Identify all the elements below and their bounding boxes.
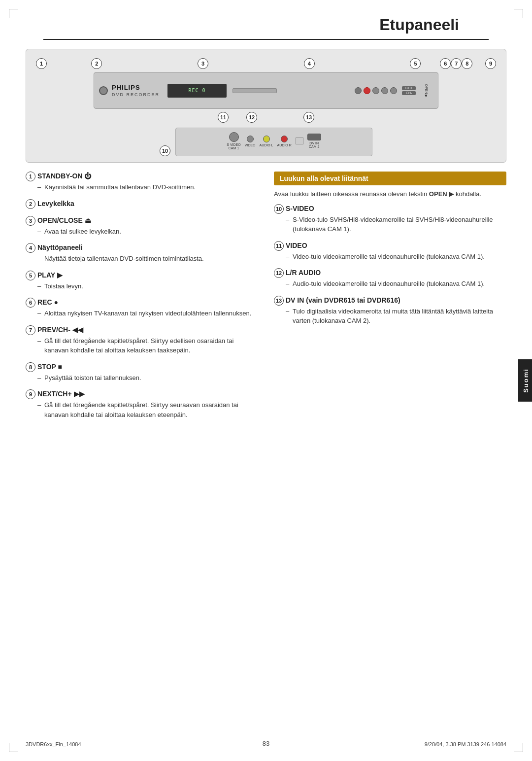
section-6-heading: 6 REC ● [26, 298, 258, 308]
callout-row-top: 1 2 3 4 5 6 7 8 9 [31, 58, 501, 69]
section-4-num: 4 [26, 243, 35, 253]
section-3-title: OPEN/CLOSE ⏏ [37, 216, 91, 224]
section-11: 11 VIDEO Video-tulo videokameroille tai … [274, 241, 506, 262]
section-6-num: 6 [26, 298, 35, 308]
callout-6: 6 [440, 58, 451, 69]
prev-btn [372, 87, 379, 94]
dvin-connector: DV INCAM 2 [307, 134, 321, 148]
main-two-col: 1 STANDBY-ON ⏻ Käynnistää tai sammuttaa … [26, 172, 506, 426]
section-13: 13 DV IN (vain DVDR615 tai DVDR616) Tulo… [274, 296, 506, 326]
section-9: 9 NEXT/CH+ ▶▶ Gå till det föregående kap… [26, 389, 258, 419]
section-12: 12 L/R AUDIO Audio-tulo videokameroille … [274, 268, 506, 289]
section-1: 1 STANDBY-ON ⏻ Käynnistää tai sammuttaa … [26, 172, 258, 192]
device-logo: PHILIPS [112, 84, 140, 91]
section-8: 8 STOP ■ Pysäyttää toiston tai tallennuk… [26, 362, 258, 383]
section-8-heading: 8 STOP ■ [26, 362, 258, 372]
section-5: 5 PLAY ▶ Toistaa levyn. [26, 271, 258, 291]
section-10-num: 10 [274, 204, 284, 214]
section-1-num: 1 [26, 172, 35, 181]
section-9-heading: 9 NEXT/CH+ ▶▶ [26, 389, 258, 399]
section-1-text: Käynnistää tai sammuttaa tallentavan DVD… [26, 182, 258, 192]
corner-mark-tr [514, 9, 523, 18]
section-1-heading: 1 STANDBY-ON ⏻ [26, 172, 258, 181]
callout-5: 5 [410, 58, 421, 69]
right-intro-end: kohdalla. [456, 190, 481, 198]
section-3-num: 3 [26, 216, 35, 226]
connector-area: 11 12 13 10 S VIDEOCAM 1 VIDE [31, 112, 501, 157]
callout-13: 13 [303, 112, 314, 123]
section-7-item-1: Gå till det föregående kapitlet/spåret. … [37, 336, 258, 355]
section-9-num: 9 [26, 389, 35, 399]
callout-4: 4 [304, 58, 315, 69]
section-4-heading: 4 Näyttöpaneeli [26, 243, 258, 253]
section-11-heading: 11 VIDEO [274, 241, 506, 251]
corner-mark-br [514, 743, 523, 752]
section-2-num: 2 [26, 199, 35, 209]
play-btn [355, 87, 362, 94]
section-5-num: 5 [26, 271, 35, 280]
section-13-heading: 13 DV IN (vain DVDR615 tai DVDR616) [274, 296, 506, 306]
section-5-title: PLAY ▶ [37, 271, 63, 279]
section-3-text: Avaa tai sulkee levykelkan. [26, 227, 258, 237]
corner-mark-tl [9, 9, 18, 18]
callout-1: 1 [36, 58, 47, 69]
stop-btn [381, 87, 388, 94]
audio-r-label: AUDIO R [277, 143, 292, 147]
audio-l-port [263, 136, 270, 142]
svideo-port [229, 132, 239, 142]
corner-mark-bl [9, 743, 18, 752]
audio-r-connector: AUDIO R [277, 136, 292, 147]
section-9-title: NEXT/CH+ ▶▶ [37, 390, 85, 398]
playback-buttons [354, 87, 398, 94]
section-7-heading: 7 PREV/CH- ◀◀ [26, 325, 258, 335]
left-column: 1 STANDBY-ON ⏻ Käynnistää tai sammuttaa … [26, 172, 258, 426]
section-12-heading: 12 L/R AUDIO [274, 268, 506, 278]
section-12-text: Audio-tulo videokameroille tai videonauh… [274, 279, 506, 289]
section-10-title: S-VIDEO [286, 205, 314, 212]
section-13-title: DV IN (vain DVDR615 tai DVDR616) [286, 296, 400, 304]
standby-button [99, 86, 108, 95]
section-5-heading: 5 PLAY ▶ [26, 271, 258, 280]
section-11-num: 11 [274, 241, 284, 251]
section-7-title: PREV/CH- ◀◀ [37, 326, 83, 334]
section-6: 6 REC ● Aloittaa nykyisen TV-kanavan tai… [26, 298, 258, 318]
section-13-item-1: Tulo digitaalisia videokameroita tai mui… [286, 307, 506, 326]
section-8-title: STOP ■ [37, 363, 62, 371]
section-12-num: 12 [274, 268, 284, 278]
right-column: Luukun alla olevat liitännät Avaa luukku… [274, 172, 506, 426]
section-5-item-1: Toistaa levyn. [37, 281, 258, 291]
right-intro-text: Avaa luukku laitteen oikeassa reunassa o… [274, 190, 427, 198]
section-12-title: L/R AUDIO [286, 269, 321, 277]
section-7-text: Gå till det föregående kapitlet/spåret. … [26, 336, 258, 355]
section-6-item-1: Aloittaa nykyisen TV-kanavan tai nykyise… [37, 309, 258, 318]
section-2-heading: 2 Levykelkka [26, 199, 258, 209]
section-2: 2 Levykelkka [26, 199, 258, 209]
device-tray [233, 88, 277, 93]
device-logo-area: PHILIPS DVD RECORDER [112, 84, 160, 97]
section-4-title: Näyttöpaneeli [37, 243, 83, 251]
page-number: 83 [263, 740, 269, 747]
section-2-title: Levykelkka [37, 200, 74, 208]
rec-btn [364, 87, 370, 94]
section-4: 4 Näyttöpaneeli Näyttää tietoja tallenta… [26, 243, 258, 264]
svideo-label: S VIDEOCAM 1 [227, 143, 240, 150]
page-title: Etupaneeli [43, 0, 489, 40]
device-display: REC 0 [167, 84, 227, 98]
footer-left: 3DVDR6xx_Fin_14084 [26, 741, 81, 747]
footer-right: 9/28/04, 3.38 PM 3139 246 14084 [425, 741, 506, 747]
open-label: OPEN ▶ [429, 190, 454, 198]
section-11-title: VIDEO [286, 242, 307, 249]
device-panel: PHILIPS DVD RECORDER REC 0 [94, 72, 438, 109]
device-model: DVD RECORDER [112, 92, 160, 97]
video-port [247, 136, 254, 142]
callout-10: 10 [160, 145, 170, 156]
callout-12: 12 [246, 112, 257, 123]
right-col-intro: Avaa luukku laitteen oikeassa reunassa o… [274, 189, 506, 199]
device-image-area: 1 2 3 4 5 6 7 8 9 PHILIPS DVD R [26, 49, 506, 163]
section-3-heading: 3 OPEN/CLOSE ⏏ [26, 216, 258, 226]
callout-3: 3 [198, 58, 208, 69]
section-6-text: Aloittaa nykyisen TV-kanavan tai nykyise… [26, 309, 258, 318]
callout-7: 7 [451, 58, 462, 69]
section-11-text: Video-tulo videokameroille tai videonauh… [274, 252, 506, 262]
video-label: VIDEO [245, 143, 256, 147]
